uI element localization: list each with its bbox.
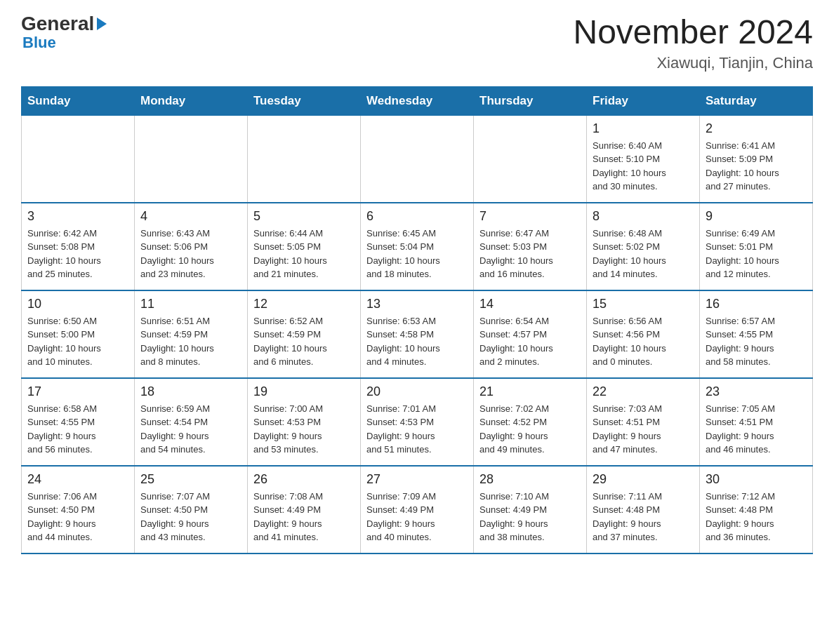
day-number: 30	[706, 472, 807, 487]
day-number: 12	[253, 297, 355, 311]
calendar-cell: 28Sunrise: 7:10 AMSunset: 4:49 PMDayligh…	[474, 466, 587, 554]
day-info: Sunrise: 7:09 AMSunset: 4:49 PMDaylight:…	[366, 490, 468, 544]
day-info: Sunrise: 6:43 AMSunset: 5:06 PMDaylight:…	[140, 227, 241, 281]
weekday-header-sunday: Sunday	[22, 86, 135, 115]
calendar-cell: 5Sunrise: 6:44 AMSunset: 5:05 PMDaylight…	[248, 203, 361, 290]
weekday-header-saturday: Saturday	[700, 86, 813, 115]
calendar-cell: 3Sunrise: 6:42 AMSunset: 5:08 PMDaylight…	[22, 203, 135, 290]
day-number: 25	[140, 472, 241, 487]
day-info: Sunrise: 7:01 AMSunset: 4:53 PMDaylight:…	[366, 402, 468, 457]
calendar-cell: 18Sunrise: 6:59 AMSunset: 4:54 PMDayligh…	[135, 378, 248, 466]
logo: General Blue	[21, 14, 107, 52]
day-number: 13	[366, 297, 468, 311]
day-number: 20	[366, 384, 468, 399]
day-info: Sunrise: 6:54 AMSunset: 4:57 PMDaylight:…	[479, 314, 581, 369]
calendar-cell	[22, 115, 135, 203]
day-number: 23	[706, 384, 807, 399]
day-info: Sunrise: 7:07 AMSunset: 4:50 PMDaylight:…	[140, 490, 241, 544]
calendar-cell	[135, 115, 248, 203]
calendar-cell	[248, 115, 361, 203]
page-header: General Blue November 2024 Xiawuqi, Tian…	[0, 0, 834, 79]
day-number: 26	[253, 472, 355, 487]
day-info: Sunrise: 6:58 AMSunset: 4:55 PMDaylight:…	[27, 402, 128, 457]
day-info: Sunrise: 6:47 AMSunset: 5:03 PMDaylight:…	[479, 227, 581, 281]
day-number: 1	[593, 121, 694, 136]
day-info: Sunrise: 6:41 AMSunset: 5:09 PMDaylight:…	[706, 139, 807, 194]
day-info: Sunrise: 6:52 AMSunset: 4:59 PMDaylight:…	[253, 314, 355, 369]
calendar-cell: 6Sunrise: 6:45 AMSunset: 5:04 PMDaylight…	[361, 203, 474, 290]
calendar-cell	[361, 115, 474, 203]
calendar-cell: 12Sunrise: 6:52 AMSunset: 4:59 PMDayligh…	[248, 290, 361, 378]
day-info: Sunrise: 6:45 AMSunset: 5:04 PMDaylight:…	[366, 227, 468, 281]
day-info: Sunrise: 6:59 AMSunset: 4:54 PMDaylight:…	[140, 402, 241, 457]
calendar-cell: 7Sunrise: 6:47 AMSunset: 5:03 PMDaylight…	[474, 203, 587, 290]
day-info: Sunrise: 7:00 AMSunset: 4:53 PMDaylight:…	[253, 402, 355, 457]
calendar-cell: 27Sunrise: 7:09 AMSunset: 4:49 PMDayligh…	[361, 466, 474, 554]
calendar-cell: 21Sunrise: 7:02 AMSunset: 4:52 PMDayligh…	[474, 378, 587, 466]
calendar-cell: 4Sunrise: 6:43 AMSunset: 5:06 PMDaylight…	[135, 203, 248, 290]
day-info: Sunrise: 7:05 AMSunset: 4:51 PMDaylight:…	[706, 402, 807, 457]
day-number: 16	[706, 297, 807, 311]
day-number: 4	[140, 209, 241, 224]
calendar-subtitle: Xiawuqi, Tianjin, China	[573, 54, 813, 72]
day-number: 24	[27, 472, 128, 487]
day-number: 9	[706, 209, 807, 224]
weekday-header-friday: Friday	[587, 86, 700, 115]
calendar-cell: 11Sunrise: 6:51 AMSunset: 4:59 PMDayligh…	[135, 290, 248, 378]
calendar-cell: 30Sunrise: 7:12 AMSunset: 4:48 PMDayligh…	[700, 466, 813, 554]
day-info: Sunrise: 7:11 AMSunset: 4:48 PMDaylight:…	[593, 490, 694, 544]
day-number: 6	[366, 209, 468, 224]
calendar-cell	[474, 115, 587, 203]
calendar-cell: 14Sunrise: 6:54 AMSunset: 4:57 PMDayligh…	[474, 290, 587, 378]
day-number: 22	[593, 384, 694, 399]
weekday-header-monday: Monday	[135, 86, 248, 115]
day-number: 15	[593, 297, 694, 311]
day-info: Sunrise: 6:50 AMSunset: 5:00 PMDaylight:…	[27, 314, 128, 369]
calendar-title: November 2024	[573, 14, 813, 51]
logo-arrow-icon	[97, 18, 107, 30]
calendar-cell: 25Sunrise: 7:07 AMSunset: 4:50 PMDayligh…	[135, 466, 248, 554]
calendar-week-row: 3Sunrise: 6:42 AMSunset: 5:08 PMDaylight…	[22, 203, 813, 290]
calendar-cell: 1Sunrise: 6:40 AMSunset: 5:10 PMDaylight…	[587, 115, 700, 203]
logo-blue-text: Blue	[22, 34, 56, 52]
weekday-header-wednesday: Wednesday	[361, 86, 474, 115]
calendar-cell: 22Sunrise: 7:03 AMSunset: 4:51 PMDayligh…	[587, 378, 700, 466]
day-info: Sunrise: 7:02 AMSunset: 4:52 PMDaylight:…	[479, 402, 581, 457]
calendar-cell: 8Sunrise: 6:48 AMSunset: 5:02 PMDaylight…	[587, 203, 700, 290]
day-info: Sunrise: 7:10 AMSunset: 4:49 PMDaylight:…	[479, 490, 581, 544]
calendar-cell: 9Sunrise: 6:49 AMSunset: 5:01 PMDaylight…	[700, 203, 813, 290]
day-info: Sunrise: 6:57 AMSunset: 4:55 PMDaylight:…	[706, 314, 807, 369]
day-number: 19	[253, 384, 355, 399]
day-number: 3	[27, 209, 128, 224]
weekday-header-thursday: Thursday	[474, 86, 587, 115]
title-section: November 2024 Xiawuqi, Tianjin, China	[573, 14, 813, 72]
day-number: 14	[479, 297, 581, 311]
calendar-cell: 26Sunrise: 7:08 AMSunset: 4:49 PMDayligh…	[248, 466, 361, 554]
day-info: Sunrise: 6:44 AMSunset: 5:05 PMDaylight:…	[253, 227, 355, 281]
weekday-header-tuesday: Tuesday	[248, 86, 361, 115]
calendar-cell: 17Sunrise: 6:58 AMSunset: 4:55 PMDayligh…	[22, 378, 135, 466]
day-info: Sunrise: 7:06 AMSunset: 4:50 PMDaylight:…	[27, 490, 128, 544]
calendar-cell: 10Sunrise: 6:50 AMSunset: 5:00 PMDayligh…	[22, 290, 135, 378]
day-info: Sunrise: 6:49 AMSunset: 5:01 PMDaylight:…	[706, 227, 807, 281]
day-number: 2	[706, 121, 807, 136]
calendar-cell: 20Sunrise: 7:01 AMSunset: 4:53 PMDayligh…	[361, 378, 474, 466]
calendar-cell: 15Sunrise: 6:56 AMSunset: 4:56 PMDayligh…	[587, 290, 700, 378]
day-number: 17	[27, 384, 128, 399]
calendar-cell: 23Sunrise: 7:05 AMSunset: 4:51 PMDayligh…	[700, 378, 813, 466]
calendar-cell: 13Sunrise: 6:53 AMSunset: 4:58 PMDayligh…	[361, 290, 474, 378]
day-number: 8	[593, 209, 694, 224]
day-number: 27	[366, 472, 468, 487]
calendar-cell: 19Sunrise: 7:00 AMSunset: 4:53 PMDayligh…	[248, 378, 361, 466]
day-info: Sunrise: 6:56 AMSunset: 4:56 PMDaylight:…	[593, 314, 694, 369]
calendar-week-row: 1Sunrise: 6:40 AMSunset: 5:10 PMDaylight…	[22, 115, 813, 203]
day-info: Sunrise: 6:40 AMSunset: 5:10 PMDaylight:…	[593, 139, 694, 194]
day-number: 10	[27, 297, 128, 311]
day-number: 7	[479, 209, 581, 224]
day-number: 18	[140, 384, 241, 399]
calendar-table: SundayMondayTuesdayWednesdayThursdayFrid…	[21, 86, 813, 554]
day-info: Sunrise: 6:42 AMSunset: 5:08 PMDaylight:…	[27, 227, 128, 281]
calendar-cell: 29Sunrise: 7:11 AMSunset: 4:48 PMDayligh…	[587, 466, 700, 554]
day-info: Sunrise: 6:48 AMSunset: 5:02 PMDaylight:…	[593, 227, 694, 281]
day-info: Sunrise: 7:12 AMSunset: 4:48 PMDaylight:…	[706, 490, 807, 544]
